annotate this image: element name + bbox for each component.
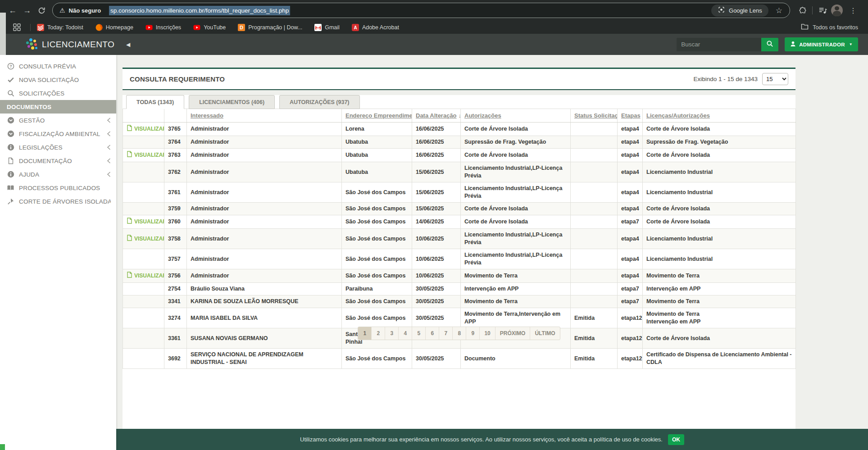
header-search-button[interactable] (761, 38, 778, 51)
apps-grid-icon[interactable] (10, 21, 23, 34)
user-menu-button[interactable]: ADMINISTRADOR ▼ (785, 37, 858, 51)
column-header-label[interactable]: Endereço Empreendimento (345, 112, 412, 119)
page-button-ultimo[interactable]: ÚLTIMO (530, 327, 559, 340)
chevron-left-icon (107, 118, 111, 123)
page-button-2[interactable]: 2 (372, 327, 385, 340)
bookmark-gmail[interactable]: Gmail (314, 24, 340, 31)
status-indicator (0, 444, 5, 450)
cell-visualizar (123, 162, 164, 182)
page-title: CONSULTA REQUERIMENTO (130, 75, 225, 83)
cell-endereco-empreendimento: Lorena (342, 123, 412, 136)
sidebar-item-consulta-previa[interactable]: ?CONSULTA PRÉVIA (0, 59, 116, 73)
sidebar-collapse-icon[interactable]: ◀ (126, 41, 130, 48)
licenca-line: Corte de Árvore Isolada (646, 125, 792, 133)
sidebar-item-fiscalizacao-ambiental[interactable]: FISCALIZAÇÃO AMBIENTAL (0, 127, 116, 141)
column-header-label[interactable]: Interessado (191, 112, 223, 119)
licenca-line: Certificado de Dispensa de Licenciamento… (646, 351, 792, 366)
page-button-4[interactable]: 4 (399, 327, 412, 340)
cell-etapa: etapa4 (618, 269, 643, 283)
sidebar-item-documentacao[interactable]: DOCUMENTAÇÃO (0, 154, 116, 168)
back-icon[interactable]: ← (5, 3, 20, 18)
sidebar-item-processos-publicados[interactable]: PROCESSOS PUBLICADOS (0, 181, 116, 195)
page-button-3[interactable]: 3 (385, 327, 399, 340)
cell-endereco-empreendimento: São José dos Campos (342, 349, 412, 369)
column-header-label[interactable]: Etapas (621, 112, 641, 119)
sidebar-item-label: DOCUMENTAÇÃO (19, 158, 102, 164)
sidebar-item-nova-solicitacao[interactable]: NOVA SOLICITAÇÃO (0, 73, 116, 86)
firefox-favicon-icon (95, 24, 103, 31)
google-lens-label: Google Lens (729, 7, 762, 14)
book-icon (7, 184, 14, 191)
cell-visualizar (123, 182, 164, 203)
sidebar-item-corte-de-arvores-isoladas[interactable]: CORTE DE ÁRVORES ISOLADAS (0, 195, 116, 208)
forward-icon[interactable]: → (20, 3, 34, 18)
bookmark-today-todoist[interactable]: Today: Todoist (37, 24, 83, 31)
column-header-empty (123, 109, 164, 123)
page-button-1[interactable]: 1 (358, 327, 372, 340)
column-header-label[interactable]: Licenças/Autorizações (646, 112, 710, 119)
menu-kebab-icon[interactable]: ⋮ (846, 4, 860, 17)
cell-data-alteracao: 14/06/2025 (412, 215, 461, 229)
cell-status-solicitacao (571, 229, 618, 249)
bookmark-star-icon[interactable]: ☆ (776, 6, 782, 15)
reload-icon[interactable] (34, 3, 49, 18)
cell-endereco-empreendimento: Ubatuba (342, 136, 412, 149)
bookmark-adobe-acrobat[interactable]: AAdobe Acrobat (352, 24, 399, 31)
licenca-line: Intervenção em APP (646, 285, 792, 293)
media-controls-icon[interactable] (816, 4, 829, 17)
tab-autorizacoes-937[interactable]: AUTORIZAÇÕES (937) (279, 95, 359, 109)
google-lens-button[interactable]: Google Lens (711, 5, 768, 17)
sidebar-item-ajuda[interactable]: AJUDA (0, 168, 116, 181)
column-header-licencas-autorizacoes[interactable]: Licenças/Autorizações (643, 109, 796, 123)
column-header-label[interactable]: Data Alteração (416, 112, 457, 119)
sidebar-menu: ?CONSULTA PRÉVIANOVA SOLICITAÇÃOSOLICITA… (0, 55, 116, 208)
bookmark-homepage[interactable]: Homepage (95, 24, 133, 31)
page-button-5[interactable]: 5 (412, 327, 426, 340)
sidebar-item-legislacoes[interactable]: LEGISLAÇÕES (0, 141, 116, 154)
bookmark-programacao-dow[interactable]: DProgramação | Dow... (238, 24, 302, 31)
tab-todas-1343[interactable]: TODAS (1343) (126, 95, 184, 109)
sidebar-item-gestao[interactable]: GESTÃO (0, 114, 116, 127)
page-button-6[interactable]: 6 (426, 327, 439, 340)
bookmark-youtube[interactable]: YouTube (193, 24, 226, 31)
column-header-data-alteracao[interactable]: Data Alteração↓ (412, 109, 461, 123)
column-header-interessado[interactable]: Interessado (187, 109, 342, 123)
svg-text:A: A (354, 25, 357, 30)
visualizar-link[interactable]: VISUALIZAR (127, 235, 164, 243)
column-header-label[interactable]: Autorizações (464, 112, 501, 119)
table-row: 3274MARIA ISABEL DA SILVASão José dos Ca… (123, 308, 796, 328)
page-button-9[interactable]: 9 (466, 327, 480, 340)
page-button-8[interactable]: 8 (453, 327, 466, 340)
address-bar[interactable]: ⚠ Não seguro sp.consorcio.homo.millenio.… (52, 3, 790, 18)
search-input[interactable] (677, 38, 761, 51)
sidebar-item-label: PROCESSOS PUBLICADOS (19, 185, 111, 191)
visualizar-link[interactable]: VISUALIZAR (127, 151, 164, 159)
extensions-puzzle-icon[interactable] (795, 4, 809, 17)
url-text[interactable]: sp.consorcio.homo.millenio.com.br/forms/… (109, 6, 290, 15)
profile-avatar[interactable] (831, 5, 843, 16)
app-logo-icon (26, 38, 38, 50)
table-row: 3761AdministradorSão José dos Campos15/0… (123, 182, 796, 203)
visualizar-link[interactable]: VISUALIZAR (127, 218, 164, 226)
column-header-label[interactable]: Status Solicitação (574, 112, 618, 119)
cookie-ok-button[interactable]: OK (668, 434, 684, 445)
sidebar-item-documentos[interactable]: DOCUMENTOS (0, 100, 116, 114)
question-circle-icon: ? (7, 63, 14, 70)
tab-licenciamentos-406[interactable]: LICENCIAMENTOS (406) (189, 95, 275, 109)
page-button-proximo[interactable]: PRÓXIMO (495, 327, 531, 340)
bookmark-inscricoes[interactable]: Inscrições (145, 24, 181, 31)
column-header-autorizacoes[interactable]: Autorizações (461, 109, 571, 123)
visualizar-link[interactable]: VISUALIZAR (127, 125, 164, 133)
page-size-select[interactable]: 15 (762, 73, 788, 85)
column-header-status-solicitacao[interactable]: Status Solicitação (571, 109, 618, 123)
browser-chrome: ← → ⚠ Não seguro sp.consorcio.homo.mille… (0, 0, 868, 34)
column-header-endereco-empreendimento[interactable]: Endereço Empreendimento (342, 109, 412, 123)
visualizar-link[interactable]: VISUALIZAR (127, 272, 164, 280)
page-button-7[interactable]: 7 (439, 327, 453, 340)
sidebar-item-solicitacoes[interactable]: SOLICITAÇÕES (0, 86, 116, 100)
security-label[interactable]: Não seguro (69, 7, 101, 14)
cell-autorizacoes: Licenciamento Industrial,LP-Licença Prév… (461, 182, 571, 203)
all-bookmarks-button[interactable]: Todos os favoritos (801, 23, 858, 31)
page-button-10[interactable]: 10 (480, 327, 495, 340)
column-header-etapas[interactable]: Etapas (618, 109, 643, 123)
